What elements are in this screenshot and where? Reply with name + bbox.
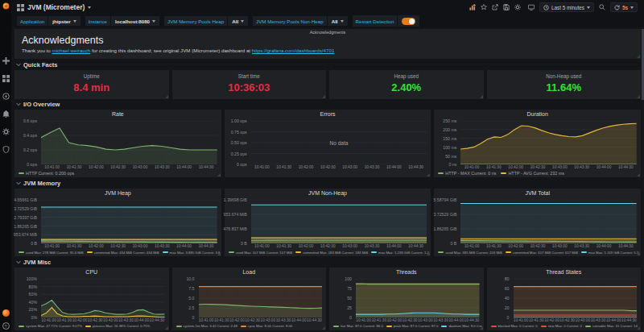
- legend-series[interactable]: daemon Max: 9.0 Current: 8.0: [441, 324, 481, 328]
- panel-header[interactable]: Acknowledgments: [14, 30, 641, 35]
- legend-series[interactable]: used Max: 278 MiB Current: 95.6 MiB: [19, 251, 84, 255]
- panel-header[interactable]: Duration: [434, 110, 641, 118]
- jvm-heap-chart[interactable]: 0 B953.674 MiB1.86265 GiB2.79397 GiB3.72…: [14, 197, 221, 256]
- cpu-chart[interactable]: 0%20%40%60%80%100%10:41:0010:41:3010:42:…: [14, 276, 169, 330]
- ack-dashboard-link[interactable]: https://grafana.com/dashboards/4701: [252, 48, 335, 53]
- panel-header[interactable]: Load: [172, 268, 327, 276]
- legend-series[interactable]: HTTP - MAX Current: 0 ns: [438, 171, 496, 176]
- panel-header[interactable]: Non-Heap used: [546, 73, 581, 79]
- time-range-picker[interactable]: Last 5 minutes: [539, 2, 594, 12]
- jvm-non-heap-chart[interactable]: 0 B476.837 MiB953.674 MiB1.39698 GiB10:4…: [225, 197, 431, 256]
- dashboard-settings-button[interactable]: [514, 4, 521, 10]
- variable-jvm-memory-pools-heap[interactable]: JVM Memory Pools Heap All: [164, 16, 248, 26]
- row-header-jvm-memory[interactable]: JVM Memory: [14, 179, 641, 187]
- chart-canvas[interactable]: [41, 279, 165, 317]
- panel-header[interactable]: Heap used: [394, 73, 419, 79]
- restart-detection-toggle[interactable]: [402, 18, 415, 25]
- zoom-out-button[interactable]: [599, 4, 605, 10]
- legend-series[interactable]: system-1m Max: 3.42 Current: 2.48: [176, 324, 237, 328]
- chart-canvas[interactable]: [460, 200, 637, 243]
- variable-value-dropdown[interactable]: jhipster: [48, 16, 80, 26]
- add-panel-button[interactable]: [469, 4, 476, 10]
- legend-series[interactable]: max Max: 3.885 GiB Current: 3.885 GiB: [163, 251, 220, 255]
- variable-application[interactable]: Application jhipster: [17, 16, 80, 26]
- panel-header[interactable]: JVM Non-Heap: [225, 189, 431, 197]
- save-button[interactable]: [503, 4, 510, 10]
- legend-series[interactable]: cpus Max: 8.00 Current: 8.00: [241, 324, 292, 328]
- plot-area[interactable]: [514, 279, 638, 317]
- variable-value-dropdown[interactable]: All: [228, 16, 248, 26]
- rate-chart[interactable]: 0 ops0.2 ops0.4 ops0.6 ops10:41:0010:41:…: [14, 118, 221, 177]
- sidebar-item-server-admin[interactable]: [2, 146, 10, 153]
- chevron-down-icon[interactable]: [88, 6, 91, 9]
- jvm-total-chart[interactable]: 0 B1.86265 GiB3.72529 GiB5.58794 GiB10:4…: [434, 197, 641, 256]
- panel-header[interactable]: Rate: [14, 110, 221, 118]
- variable-instance[interactable]: Instance localhost:8080: [85, 16, 159, 26]
- panel-header[interactable]: Start time: [238, 73, 260, 79]
- chart-canvas[interactable]: [460, 121, 637, 164]
- refresh-picker[interactable]: 5s: [610, 2, 638, 12]
- chart-canvas[interactable]: [356, 279, 480, 317]
- sidebar-item-create[interactable]: [2, 57, 10, 64]
- legend-series[interactable]: HTTP - AVG Current: 232 ms: [501, 171, 564, 176]
- legend-series[interactable]: used Max: 107 MiB Current: 107 MiB: [229, 251, 292, 255]
- load-chart[interactable]: 02.55.07.510.010:41:0010:41:3010:42:0010…: [172, 276, 327, 330]
- duration-chart[interactable]: 0 ns50 ms100 ms150 ms200 ms250 ms10:41:0…: [434, 118, 641, 177]
- panel-header[interactable]: JVM Total: [434, 189, 641, 197]
- star-button[interactable]: [481, 4, 487, 10]
- variable-value-dropdown[interactable]: All: [328, 16, 348, 26]
- legend-series[interactable]: committed Max: 617 MiB Current: 617 MiB: [506, 251, 578, 255]
- errors-chart[interactable]: 0 ops0.25 ops0.50 ops0.75 ops1.00 opsNo …: [225, 118, 431, 177]
- help-icon[interactable]: ?: [2, 322, 10, 330]
- plot-area[interactable]: [41, 279, 165, 317]
- user-avatar[interactable]: [2, 309, 10, 317]
- sidebar-item-alerting[interactable]: [2, 110, 10, 118]
- chart-canvas[interactable]: [251, 200, 427, 243]
- legend-series[interactable]: committed Max: 183 MiB Current: 183 MiB: [295, 251, 368, 255]
- variable-value-dropdown[interactable]: localhost:8080: [111, 16, 159, 26]
- sidebar-item-dashboards[interactable]: [2, 75, 10, 82]
- row-header-io-overview[interactable]: I/O Overview: [14, 101, 641, 109]
- row-header-jvm-misc[interactable]: JVM Misc: [14, 258, 641, 266]
- plot-area[interactable]: [251, 200, 427, 243]
- variable-jvm-memory-pools-non-heap[interactable]: JVM Memory Pools Non-Heap All: [253, 16, 347, 26]
- plot-area[interactable]: [41, 121, 217, 164]
- legend-series[interactable]: new Max: 0 Current: 0: [541, 324, 582, 328]
- plot-area[interactable]: [460, 121, 637, 164]
- chart-canvas[interactable]: [41, 200, 217, 243]
- panel-header[interactable]: Uptime: [84, 73, 100, 79]
- legend-series[interactable]: HTTP Current: 0.200 ops: [19, 171, 74, 176]
- sidebar-item-configuration[interactable]: [2, 128, 10, 135]
- legend-series[interactable]: live Max: 87.0 Current: 86.0: [333, 324, 383, 328]
- legend-series[interactable]: system Max: 47.71% Current: 9.07%: [19, 324, 82, 328]
- plot-area[interactable]: No data: [251, 121, 427, 164]
- panel-header[interactable]: Thread States: [487, 268, 642, 276]
- chart-canvas[interactable]: [514, 279, 638, 317]
- plot-area[interactable]: [199, 279, 323, 317]
- chart-canvas[interactable]: [41, 121, 217, 164]
- legend-series[interactable]: blocked Max: 0 Current: 0: [491, 324, 538, 328]
- share-button[interactable]: [492, 4, 498, 10]
- plot-area[interactable]: [356, 279, 480, 317]
- panel-header[interactable]: CPU: [14, 268, 169, 276]
- dashboard-title[interactable]: JVM (Micrometer): [27, 3, 85, 11]
- legend-series[interactable]: used Max: 385 MiB Current: 203 MiB: [438, 251, 502, 255]
- ack-author-link[interactable]: michael weirauch: [52, 48, 91, 53]
- legend-series[interactable]: max Max: 5.119 GiB Current: 5.119 GiB: [581, 251, 639, 255]
- grafana-logo-icon[interactable]: [2, 2, 10, 10]
- chart-canvas[interactable]: [199, 279, 323, 317]
- panel-header[interactable]: JVM Heap: [14, 189, 221, 197]
- plot-area[interactable]: [41, 200, 217, 243]
- thread-states-chart[interactable]: 02040608010:41:0010:41:3010:42:0010:42:3…: [487, 276, 642, 330]
- row-header-quick-facts[interactable]: Quick Facts: [14, 60, 641, 68]
- sidebar-item-explore[interactable]: [2, 93, 10, 100]
- legend-series[interactable]: committed Max: 434 MiB Current: 434 MiB: [87, 251, 159, 255]
- panel-header[interactable]: Threads: [329, 268, 484, 276]
- plot-area[interactable]: [460, 200, 637, 243]
- legend-series[interactable]: max Max: 1.238 GiB Current: 1.234 GiB: [371, 251, 429, 255]
- legend-series[interactable]: peak Max: 87.0 Current: 87.0: [386, 324, 439, 328]
- panel-header[interactable]: Errors: [225, 110, 431, 118]
- threads-chart[interactable]: 025507510010:41:0010:41:3010:42:0010:42:…: [329, 276, 484, 330]
- cycle-view-mode-button[interactable]: [528, 4, 535, 10]
- legend-series[interactable]: runnable Max: 15 Current: 14: [585, 324, 638, 328]
